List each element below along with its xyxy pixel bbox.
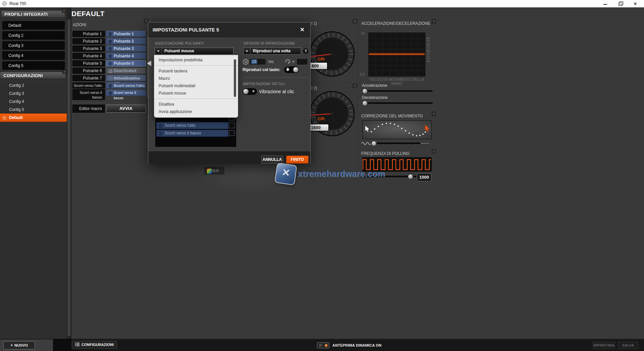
profiles-help-icon[interactable]: ? <box>62 8 66 13</box>
action-button-scroll-up[interactable]: Scorri verso l'alto <box>106 82 146 89</box>
dynamic-preview-toggle[interactable] <box>317 342 329 348</box>
binding-row-scroll-down[interactable]: Scorri verso il basso <box>156 130 228 137</box>
accel-y-axis-label: SENSIBILITÀ <box>426 37 430 74</box>
menu-item-mouse[interactable]: Pulsanti mouse <box>154 90 238 97</box>
playback-help-icon[interactable]: ? <box>303 48 309 54</box>
cpi1-title-fragment: I 1) <box>311 21 317 26</box>
profile-item-config4[interactable]: Config 4 <box>2 51 65 60</box>
active-radio-icon <box>3 116 6 120</box>
action-button-scroll-down[interactable]: Scorri verso il basso <box>106 90 146 96</box>
action-button-pulsante6-deactivated[interactable]: Deactivated <box>106 68 146 74</box>
rgb-color-icon <box>207 169 212 174</box>
action-label: Pulsante 1 <box>72 31 105 37</box>
action-button-pulsante3[interactable]: Pulsante 3 <box>106 46 146 52</box>
modal-header: IMPOSTAZIONI PULSANTE 5 × <box>148 22 310 37</box>
polling-help-icon[interactable]: ? <box>432 149 436 154</box>
correction-knob[interactable] <box>371 141 377 146</box>
deceleration-knob[interactable] <box>362 101 368 106</box>
play-with-key-label: Riproduci col tasto: <box>243 67 280 72</box>
cpi1-unit-label: CPI <box>314 57 328 62</box>
correction-slider[interactable] <box>371 141 420 146</box>
macro-launch-button[interactable]: AVVIA <box>106 105 146 113</box>
binding-checkbox[interactable] <box>229 130 235 136</box>
save-button[interactable]: SALVA <box>618 342 638 349</box>
action-button-pulsante7-cpi[interactable]: Attiva/disattiva CPI <box>106 75 146 81</box>
mouse-icon <box>109 47 112 52</box>
config-item-config2[interactable]: Config 2 <box>0 81 67 89</box>
modal-close-button[interactable]: × <box>298 25 307 34</box>
accel-y-bottom: 1/2 <box>360 72 365 76</box>
configurations-button[interactable]: CONFIGURAZIONI <box>72 341 117 349</box>
white-cursor-icon <box>365 126 369 132</box>
assoc-dropdown-value: Pulsanti mouse <box>164 49 194 53</box>
mouse-icon <box>109 54 112 60</box>
menu-divider <box>154 99 238 99</box>
delay-input[interactable]: 15 <box>249 58 266 65</box>
menu-item-disable[interactable]: Disattiva <box>154 101 238 108</box>
menu-item-default[interactable]: Impostazione predefinita <box>154 56 238 64</box>
binding-checkbox[interactable] <box>229 122 235 128</box>
config-item-default-active[interactable]: Default <box>0 113 67 122</box>
profile-item-config3[interactable]: Config 3 <box>2 41 65 50</box>
new-profile-button[interactable]: +NUOVO <box>3 341 35 349</box>
done-button[interactable]: FINITO <box>286 156 309 164</box>
menu-item-launch-app[interactable]: Avvia applicazione <box>154 108 238 115</box>
action-button-pulsante4[interactable]: Pulsante 4 <box>106 53 146 59</box>
config-item-config5[interactable]: Config 5 <box>0 105 67 113</box>
profile-item-config2[interactable]: Config 2 <box>2 31 65 40</box>
menu-item-keyboard[interactable]: Pulsanti tastiera <box>154 67 238 75</box>
deceleration-slider[interactable] <box>362 101 433 106</box>
menu-item-macro[interactable]: Macro <box>154 75 238 82</box>
repeat-count-input[interactable] <box>297 58 308 65</box>
sidebar-scrollbar-thumb[interactable] <box>67 19 70 336</box>
wave-icon <box>361 141 371 147</box>
chevron-down-icon <box>155 48 162 54</box>
mouse-icon <box>109 84 112 89</box>
playback-dropdown[interactable]: Riproduci una volta <box>243 47 301 55</box>
cpi1-help-icon[interactable]: ? <box>353 19 357 23</box>
menu-item-multimedia[interactable]: Pulsanti multimediali <box>154 82 238 90</box>
restore-button[interactable] <box>615 0 626 7</box>
down-arrow-icon <box>285 67 290 74</box>
bottom-gap <box>53 339 71 351</box>
cpi-dial-icon <box>109 76 113 82</box>
acceleration-knob[interactable] <box>362 89 368 94</box>
toggle-knob <box>243 89 249 94</box>
assoc-dropdown[interactable]: Pulsanti mouse <box>155 47 233 55</box>
action-label: Scorri verso l'alto <box>72 82 105 89</box>
config-item-config3[interactable]: Config 3 <box>0 89 67 97</box>
action-button-pulsante1[interactable]: Pulsante 1 <box>106 31 146 37</box>
profile-item-default[interactable]: Default <box>2 21 65 30</box>
action-button-pulsante2[interactable]: Pulsante 2 <box>106 38 146 44</box>
binding-row-scroll-up[interactable]: Scorri verso l'alto <box>156 122 228 129</box>
pause-icon <box>243 59 249 65</box>
window-titlebar: Rival 700 × <box>0 0 644 7</box>
config-item-config4[interactable]: Config 4 <box>0 97 67 105</box>
accel-help-icon[interactable]: ? <box>432 19 436 23</box>
accel-header: ACCELERAZIONE/DECELERAZIONE <box>361 21 430 26</box>
cpi2-help-icon[interactable]: ? <box>353 84 357 88</box>
polling-value[interactable]: 1000 <box>417 173 431 181</box>
play-key-toggle[interactable] <box>284 66 299 73</box>
modal-column-divider <box>239 37 240 151</box>
delay-unit-label: ms <box>268 59 274 64</box>
polling-knob[interactable] <box>408 174 413 179</box>
mouse-icon <box>109 40 112 45</box>
playback-dropdown-value: Riproduci una volta <box>253 49 290 53</box>
profile-item-config5[interactable]: Config 5 <box>2 61 65 70</box>
sidebar-divider <box>71 7 71 351</box>
minimize-button[interactable] <box>600 0 610 7</box>
cpi-panel-divider <box>306 83 357 83</box>
correction-help-icon[interactable]: ? <box>432 112 436 116</box>
haptics-toggle[interactable]: × <box>243 88 257 95</box>
acceleration-slider[interactable] <box>362 89 433 94</box>
action-button-pulsante5-selected[interactable]: Pulsante 5 <box>106 60 146 66</box>
menu-scrollbar-thumb[interactable] <box>234 59 236 97</box>
cancel-button[interactable]: ANNULLA <box>261 156 283 164</box>
close-window-button[interactable]: × <box>630 0 641 7</box>
configs-help-icon[interactable]: ? <box>62 70 67 74</box>
orange-cursor-icon <box>425 125 429 132</box>
straight-line-icon <box>421 143 429 143</box>
restore-settings-button[interactable]: RIPRISTINA <box>593 342 615 349</box>
assoc-dropdown-menu: Impostazione predefinita Pulsanti tastie… <box>154 55 238 118</box>
